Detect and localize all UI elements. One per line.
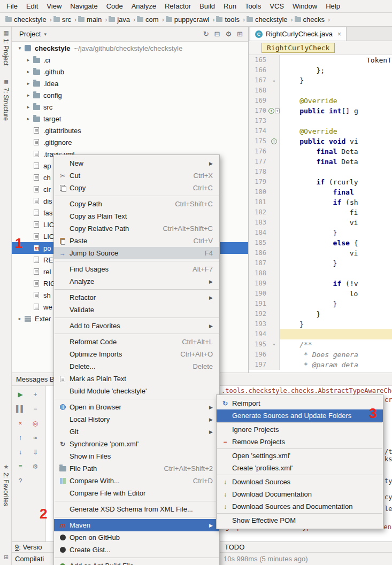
settings-gear-icon[interactable]: ⚙ bbox=[31, 462, 40, 471]
menubar-item-window[interactable]: Window bbox=[288, 0, 321, 12]
tree-arrow-icon[interactable]: ▸ bbox=[25, 69, 32, 74]
menu-item-new[interactable]: New▶ bbox=[54, 157, 219, 169]
menu-item-create-profiles-xml[interactable]: Create 'profiles.xml' bbox=[217, 462, 383, 474]
tool-button-project[interactable]: 1: Project bbox=[2, 38, 10, 66]
code-line[interactable]: 196* Does genera bbox=[249, 350, 392, 360]
code-line[interactable]: 180final bbox=[249, 187, 392, 197]
breadcrumb-chip[interactable]: RightCurlyCheck bbox=[262, 43, 335, 53]
tree-item-gitattributes[interactable]: .gitattributes bbox=[12, 125, 248, 136]
breadcrumb-item-src[interactable]: src bbox=[53, 16, 72, 24]
menubar-item-file[interactable]: File bbox=[2, 0, 22, 12]
code-line[interactable]: 182fi bbox=[249, 207, 392, 218]
code-line[interactable]: 177final Deta bbox=[249, 157, 392, 167]
tree-item-config[interactable]: ▸config bbox=[12, 89, 248, 101]
code-line[interactable]: 166}; bbox=[249, 65, 392, 75]
menu-item-ignore-projects[interactable]: Ignore Projects bbox=[217, 423, 383, 436]
soft-wrap-icon[interactable]: ≈ bbox=[31, 434, 40, 442]
fold-expand-icon[interactable]: + bbox=[275, 109, 280, 113]
hide-passed-icon[interactable]: ◎ bbox=[31, 419, 40, 428]
menu-item-add-as-ant-build-file[interactable]: Add as Ant Build File bbox=[54, 560, 219, 565]
menu-item-refactor[interactable]: Refactor▶ bbox=[54, 291, 219, 304]
code-line[interactable]: 190lo bbox=[249, 289, 392, 299]
tree-item-github[interactable]: ▸.github bbox=[12, 66, 248, 78]
menubar-item-analyze[interactable]: Analyze bbox=[127, 0, 160, 12]
breadcrumb-item-java[interactable]: java bbox=[109, 16, 131, 24]
hide-panel-icon[interactable]: ⊞ bbox=[237, 30, 243, 38]
tree-item-src[interactable]: ▸src bbox=[12, 101, 248, 113]
code-line[interactable]: 195▾/** bbox=[249, 339, 392, 350]
tree-arrow-icon[interactable]: ▸ bbox=[25, 116, 32, 121]
code-line[interactable]: 165TokenT bbox=[249, 55, 392, 65]
tree-arrow-icon[interactable]: ▸ bbox=[25, 92, 32, 98]
code-line[interactable]: 185else { bbox=[249, 238, 392, 248]
code-line[interactable]: 170↑+public int[] g bbox=[249, 106, 392, 116]
tool-button-structure[interactable]: 7: Structure bbox=[2, 88, 10, 121]
tree-item-target[interactable]: ▸target bbox=[12, 113, 248, 125]
code-line[interactable]: 174@Override bbox=[249, 126, 392, 136]
menu-item-generate-sources-and-update-folders[interactable]: ⚙Generate Sources and Update Folders bbox=[217, 409, 383, 422]
menu-item-maven[interactable]: mMaven▶ bbox=[54, 519, 219, 531]
breadcrumb-item-checkstyle[interactable]: checkstyle bbox=[5, 16, 48, 24]
collapse-all-icon[interactable]: ⊟ bbox=[214, 30, 220, 38]
menu-item-synchronize-pom-xml[interactable]: ↻Synchronize 'pom.xml' bbox=[54, 438, 219, 450]
menubar-item-view[interactable]: View bbox=[42, 0, 66, 12]
chevron-down-icon[interactable]: ▾ bbox=[44, 32, 47, 37]
menu-item-open-settings-xml[interactable]: Open 'settings.xml' bbox=[217, 450, 383, 462]
menu-item-download-sources[interactable]: ↓Download Sources bbox=[217, 476, 383, 488]
tree-item-ci[interactable]: ▸.ci bbox=[12, 54, 248, 66]
export-icon[interactable]: ≡ bbox=[16, 462, 25, 471]
menubar-item-edit[interactable]: Edit bbox=[22, 0, 42, 12]
tree-item-idea[interactable]: ▸.idea bbox=[12, 78, 248, 89]
menubar-item-run[interactable]: Run bbox=[219, 0, 241, 12]
menu-item-download-documentation[interactable]: ↓Download Documentation bbox=[217, 488, 383, 500]
code-line[interactable]: 167▴} bbox=[249, 75, 392, 86]
menu-item-remove-projects[interactable]: −Remove Projects bbox=[217, 436, 383, 448]
code-line[interactable]: 175↑public void vi bbox=[249, 136, 392, 146]
menu-item-copy[interactable]: CopyCtrl+C bbox=[54, 182, 219, 194]
menu-item-build-module-checkstyle[interactable]: Build Module 'checkstyle' bbox=[54, 385, 219, 397]
tree-arrow-icon[interactable]: ▸ bbox=[16, 316, 24, 321]
menu-item-generate-xsd-schema-from-xml-file[interactable]: Generate XSD Schema from XML File... bbox=[54, 503, 219, 515]
menu-item-copy-relative-path[interactable]: Copy Relative PathCtrl+Alt+Shift+C bbox=[54, 222, 219, 235]
menu-item-find-usages[interactable]: Find UsagesAlt+F7 bbox=[54, 263, 219, 275]
breadcrumb-item-tools[interactable]: tools bbox=[216, 16, 240, 24]
menu-item-add-to-favorites[interactable]: Add to Favorites▶ bbox=[54, 320, 219, 332]
tree-arrow-icon[interactable]: ▸ bbox=[25, 104, 32, 110]
pause-icon[interactable]: ▌▌ bbox=[16, 405, 25, 413]
code-line[interactable]: 183vi bbox=[249, 218, 392, 228]
breadcrumb-item-puppycrawl[interactable]: puppycrawl bbox=[166, 16, 211, 24]
editor-tab[interactable]: C RightCurlyCheck.java × bbox=[250, 27, 347, 41]
refresh-icon[interactable]: ↻ bbox=[203, 30, 209, 38]
menu-item-show-in-files[interactable]: Show in Files bbox=[54, 450, 219, 462]
code-area[interactable]: 165TokenT166};167▴}168169@Override170↑+p… bbox=[249, 55, 392, 373]
code-line[interactable]: 179if (rcurly bbox=[249, 177, 392, 187]
code-line[interactable]: 178 bbox=[249, 167, 392, 177]
code-line[interactable]: 169@Override bbox=[249, 96, 392, 106]
menu-item-cut[interactable]: ✂CutCtrl+X bbox=[54, 169, 219, 182]
menu-item-reformat-code[interactable]: Reformat CodeCtrl+Alt+L bbox=[54, 336, 219, 348]
code-line[interactable]: 186vi bbox=[249, 248, 392, 258]
code-line[interactable]: 189if (!v bbox=[249, 278, 392, 289]
code-line[interactable]: 193} bbox=[249, 319, 392, 329]
previous-message-icon[interactable]: ↑ bbox=[16, 434, 25, 442]
menu-item-compare-with[interactable]: Compare With...Ctrl+D bbox=[54, 475, 219, 487]
code-line[interactable]: 184} bbox=[249, 228, 392, 238]
code-line[interactable]: 168 bbox=[249, 86, 392, 96]
code-line[interactable]: 197* @param deta bbox=[249, 360, 392, 370]
menubar-item-vcs[interactable]: VCS bbox=[265, 0, 288, 12]
breadcrumb-item-com[interactable]: com bbox=[137, 16, 160, 24]
expand-all-icon[interactable]: + bbox=[31, 390, 40, 399]
menu-item-validate[interactable]: Validate bbox=[54, 304, 219, 316]
tree-arrow-icon[interactable]: ▸ bbox=[25, 57, 32, 63]
code-line[interactable]: 188 bbox=[249, 268, 392, 278]
help-icon[interactable]: ? bbox=[16, 477, 25, 485]
menu-item-jump-to-source[interactable]: →Jump to SourceF4 bbox=[54, 247, 219, 259]
tool-button-todo[interactable]: TODO bbox=[225, 542, 244, 552]
menu-item-copy-as-plain-text[interactable]: Copy as Plain Text bbox=[54, 210, 219, 222]
menu-item-compare-file-with-editor[interactable]: Compare File with Editor bbox=[54, 487, 219, 499]
rerun-icon[interactable]: ▶ bbox=[16, 390, 25, 399]
menubar-item-code[interactable]: Code bbox=[102, 0, 127, 12]
code-line[interactable]: 176final Deta bbox=[249, 146, 392, 157]
tree-item-gitignore[interactable]: .gitignore bbox=[12, 136, 248, 148]
code-line[interactable]: 181if (sh bbox=[249, 197, 392, 207]
